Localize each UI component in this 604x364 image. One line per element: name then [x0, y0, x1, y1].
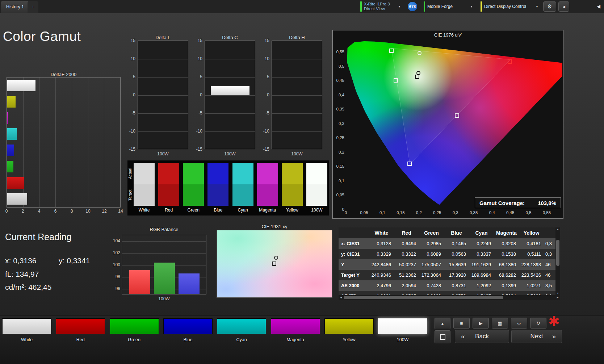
patch-button-cyan[interactable]: Cyan — [217, 315, 268, 347]
gridline — [138, 95, 188, 96]
swatch-actual — [158, 163, 179, 184]
patch-swatch — [217, 318, 266, 334]
table-cell: 0,6494 — [394, 238, 419, 249]
table-vertical-scrollbar[interactable]: ▲ ▼ — [555, 227, 560, 295]
axis-tick-label: -10 — [256, 129, 269, 134]
add-tab-button[interactable]: + — [28, 1, 38, 13]
gridline — [272, 77, 322, 78]
edge-arrow-icon[interactable]: ◀ — [597, 4, 600, 9]
table-cell: 51,2362 — [394, 270, 419, 280]
table-header-cell: Cyan — [469, 227, 494, 238]
infinity-button[interactable]: ∞ — [511, 318, 527, 329]
cie1931-target-marker — [274, 256, 278, 260]
axis-tick-label: 14 — [118, 209, 123, 214]
patch-label: 100W — [378, 337, 427, 342]
pattern-up-button[interactable]: ▲ — [435, 318, 450, 329]
next-label: Next — [530, 333, 543, 340]
cie1976-ytick-label: 0,25 — [333, 135, 344, 140]
settings-button[interactable]: ⚙ — [543, 1, 556, 12]
table-cell: 191,1629 — [469, 259, 494, 270]
gridline — [122, 241, 206, 242]
marker-blue-primary — [407, 162, 412, 166]
table-horizontal-scrollbar[interactable]: ◄ ► — [339, 295, 560, 300]
patch-button-red[interactable]: Red — [56, 315, 106, 347]
axis-tick-label: 8 — [71, 209, 73, 214]
scroll-left-icon[interactable]: ◄ — [339, 295, 344, 300]
gridline — [138, 113, 188, 114]
delta-l-plot — [138, 41, 188, 149]
scroll-down-icon[interactable]: ▼ — [555, 292, 560, 295]
patch-swatch — [271, 318, 320, 334]
axis-tick-label: 104 — [109, 238, 120, 243]
axis-tick-label: 0 — [189, 92, 202, 97]
table-header-cell: Yellow — [519, 227, 544, 238]
cie1976-xtick-label: 0,05 — [360, 210, 368, 215]
tab-history[interactable]: History 1 — [1, 1, 29, 13]
swatch-label: White — [134, 208, 155, 213]
refresh-button[interactable]: ↻ — [530, 318, 546, 329]
stop-button[interactable]: ■ — [453, 318, 470, 329]
vertical-scroll-thumb[interactable] — [556, 240, 559, 266]
back-label: Back — [475, 333, 489, 340]
table-row: Y242,848650,0237175,050715,8639191,16296… — [339, 259, 555, 270]
table-row: ΔE ITP1,86810,35353,06390,65701,74970,52… — [339, 291, 555, 295]
rgb-bar-red — [129, 270, 150, 294]
reading-cdm2: cd/m²: 462,45 — [5, 283, 51, 292]
patch-buttons: WhiteRedGreenBlueCyanMagentaYellow100W — [0, 315, 433, 352]
patch-button-white[interactable]: White — [2, 315, 53, 347]
table-header-cell: Green — [419, 227, 444, 238]
chevron-down-icon: ▼ — [466, 5, 473, 8]
collapse-panel-button[interactable]: ◀ — [558, 1, 569, 12]
cie1976-xtick-label: 0 — [345, 210, 347, 215]
table-cell: 0,2985 — [419, 238, 444, 249]
display-control-selector[interactable]: Direct Display Control ▼ — [481, 1, 538, 12]
patch-button-magenta[interactable]: Magenta — [271, 315, 322, 347]
play-button[interactable]: ▶ — [473, 318, 489, 329]
scroll-right-icon[interactable]: ► — [555, 295, 560, 300]
swatch-blue: Blue — [207, 163, 228, 214]
swatch-label: Magenta — [257, 208, 278, 213]
reading-x: x: 0,3136 — [5, 256, 36, 265]
axis-tick-label: 4 — [38, 209, 41, 214]
table-cell: 242,8486 — [369, 259, 394, 270]
chromaticity-horseshoe — [346, 39, 562, 209]
patch-button-yellow[interactable]: Yellow — [324, 315, 375, 347]
table-row-label: ΔE 2000 — [339, 280, 369, 291]
cie1976-xtick-label: 0,2 — [416, 210, 422, 215]
pattern-window-button[interactable] — [435, 330, 450, 343]
back-button[interactable]: « Back — [455, 330, 509, 343]
marker-yellow-measured — [418, 51, 421, 55]
cie1976-title: CIE 1976 u'v' — [333, 32, 563, 38]
gridline — [272, 59, 322, 59]
swatch-label: 100W — [306, 208, 327, 213]
gridline — [39, 78, 39, 207]
deltae2000-chart: DeltaE 2000 02468101214 — [7, 72, 121, 215]
table-cell: 0,0563 — [444, 249, 469, 259]
next-button[interactable]: Next » — [511, 330, 562, 343]
patch-button-100w[interactable]: 100W — [378, 315, 429, 347]
source-selector[interactable]: Mobile Forge ▼ — [424, 1, 473, 12]
gridline — [138, 131, 188, 132]
up-arrow-icon: ▲ — [441, 322, 444, 326]
reading-y: y: 0,3341 — [59, 256, 90, 265]
swatch-cyan: Cyan — [232, 163, 253, 214]
axis-tick-label: 15 — [122, 38, 135, 43]
cie1976-xtick-label: 0,3 — [453, 210, 458, 215]
table-cell: 175,0507 — [419, 259, 444, 270]
scroll-up-icon[interactable]: ▲ — [555, 227, 560, 231]
marker-green-primary — [389, 49, 394, 53]
axis-tick-label: 12 — [102, 209, 106, 214]
patch-button-green[interactable]: Green — [110, 315, 160, 347]
horizontal-scroll-thumb[interactable] — [344, 296, 503, 299]
swatch-target — [158, 184, 179, 206]
current-reading-panel: Current Reading x: 0,3136 y: 0,3341 fL: … — [5, 232, 117, 299]
meter-selector[interactable]: X-Rite i1Pro 3 Direct View ▼ — [360, 1, 401, 12]
table-cell: 68,6282 — [494, 270, 519, 280]
axis-tick-label: 10 — [189, 56, 202, 61]
meter-button[interactable]: ▦ — [492, 318, 508, 329]
delta-c-plot — [205, 41, 255, 149]
patch-button-blue[interactable]: Blue — [163, 315, 214, 347]
axis-tick-label: 0 — [256, 92, 269, 97]
delta-l-chart: Delta L 100W 151050-5-10-15 — [122, 35, 188, 160]
table-cell: 2,0594 — [394, 280, 419, 291]
